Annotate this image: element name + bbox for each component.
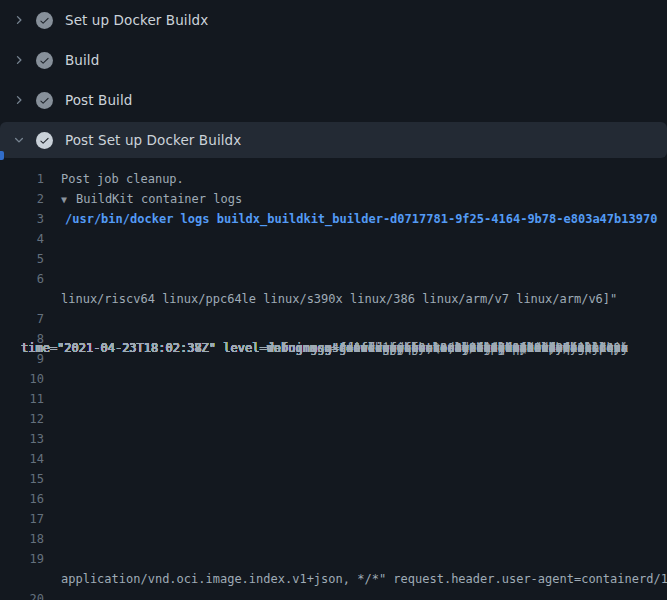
line-number[interactable]: 2 xyxy=(0,189,44,209)
log-line: application/vnd.oci.image.index.v1+json,… xyxy=(0,569,667,589)
line-number[interactable]: 10 xyxy=(0,369,44,389)
line-number[interactable]: 12 xyxy=(0,409,44,429)
log-line: 2▼BuildKit container logs xyxy=(0,189,667,209)
line-number[interactable]: 20 xyxy=(0,589,44,600)
log-text: Post job cleanup. xyxy=(44,169,184,189)
check-circle-icon xyxy=(36,132,53,149)
check-circle-icon xyxy=(36,92,53,109)
line-number[interactable]: 19 xyxy=(0,549,44,569)
chevron-right-icon xyxy=(11,52,27,68)
log-line: 5time="2021-04-23T18:02:37Z" level=warni… xyxy=(0,249,667,269)
log-line: 12time="2021-04-23T18:02:38Z" level=debu… xyxy=(0,409,667,429)
log-line: 14time="2021-04-23T18:02:38Z" level=debu… xyxy=(0,449,667,469)
step-post-set-up-docker-buildx[interactable]: Post Set up Docker Buildx xyxy=(0,120,667,160)
log-line: linux/riscv64 linux/ppc64le linux/s390x … xyxy=(0,289,667,309)
step-build[interactable]: Build xyxy=(0,40,667,80)
log-line: 11time="2021-04-23T18:02:38Z" level=debu… xyxy=(0,389,667,409)
step-list: Set up Docker Buildx Build Post Build xyxy=(0,0,667,160)
log-line: 18time="2021-04-23T18:02:38Z" level=debu… xyxy=(0,529,667,549)
line-number[interactable]: 16 xyxy=(0,489,44,509)
chevron-down-icon xyxy=(11,132,27,148)
check-circle-icon xyxy=(36,12,53,29)
actions-log-viewer: Set up Docker Buildx Build Post Build xyxy=(0,0,667,600)
log-line: 15time="2021-04-23T18:02:38Z" level=debu… xyxy=(0,469,667,489)
line-number[interactable]: 6 xyxy=(0,269,44,289)
step-label: Set up Docker Buildx xyxy=(65,12,208,28)
log-group-toggle[interactable]: ▼BuildKit container logs xyxy=(44,189,242,209)
chevron-right-icon xyxy=(11,12,27,28)
log-line: 19time="2021-04-23T18:02:38Z" level=debu… xyxy=(0,549,667,569)
log-line: 13time="2021-04-23T18:02:38Z" level=debu… xyxy=(0,429,667,449)
step-label: Build xyxy=(65,52,99,68)
line-number[interactable]: 14 xyxy=(0,449,44,469)
line-number[interactable]: 4 xyxy=(0,229,44,249)
log-line: 7time="2021-04-23T18:02:37Z" level=warni… xyxy=(0,309,667,329)
step-post-build[interactable]: Post Build xyxy=(0,80,667,120)
log-line: 6time="2021-04-23T18:02:37Z" level=info … xyxy=(0,269,667,289)
line-number[interactable]: 15 xyxy=(0,469,44,489)
caret-down-icon[interactable]: ▼ xyxy=(61,190,76,209)
check-circle-icon xyxy=(36,52,53,69)
step-label: Post Build xyxy=(65,92,132,108)
log-line: 20time="2021-04-23T18:02:38Z" level=debu… xyxy=(0,589,667,600)
log-output: 1Post job cleanup.2▼BuildKit container l… xyxy=(0,169,667,600)
chevron-right-icon xyxy=(11,92,27,108)
line-number[interactable]: 1 xyxy=(0,169,44,189)
log-line: 4time="2021-04-23T18:02:37Z" level=info … xyxy=(0,229,667,249)
line-number[interactable]: 11 xyxy=(0,389,44,409)
line-number[interactable]: 13 xyxy=(0,429,44,449)
log-line: 1Post job cleanup. xyxy=(0,169,667,189)
line-number[interactable]: 7 xyxy=(0,309,44,329)
line-number xyxy=(0,289,44,309)
log-line: 10time="2021-04-23T18:02:37Z" level=info… xyxy=(0,369,667,389)
line-number[interactable]: 5 xyxy=(0,249,44,269)
line-number[interactable]: 17 xyxy=(0,509,44,529)
log-text: /usr/bin/docker logs buildx_buildkit_bui… xyxy=(44,209,657,229)
focus-accent xyxy=(0,151,4,160)
log-line: 16time="2021-04-23T18:02:38Z" level=debu… xyxy=(0,489,667,509)
log-line: 3/usr/bin/docker logs buildx_buildkit_bu… xyxy=(0,209,667,229)
line-number xyxy=(0,569,44,589)
log-text: linux/riscv64 linux/ppc64le linux/s390x … xyxy=(44,289,617,309)
log-text: application/vnd.oci.image.index.v1+json,… xyxy=(44,569,667,589)
line-number[interactable]: 3 xyxy=(0,209,44,229)
step-label: Post Set up Docker Buildx xyxy=(65,132,241,148)
step-set-up-docker-buildx[interactable]: Set up Docker Buildx xyxy=(0,0,667,40)
line-number[interactable]: 18 xyxy=(0,529,44,549)
group-label: BuildKit container logs xyxy=(76,192,242,206)
log-line: 17time="2021-04-23T18:02:38Z" level=debu… xyxy=(0,509,667,529)
